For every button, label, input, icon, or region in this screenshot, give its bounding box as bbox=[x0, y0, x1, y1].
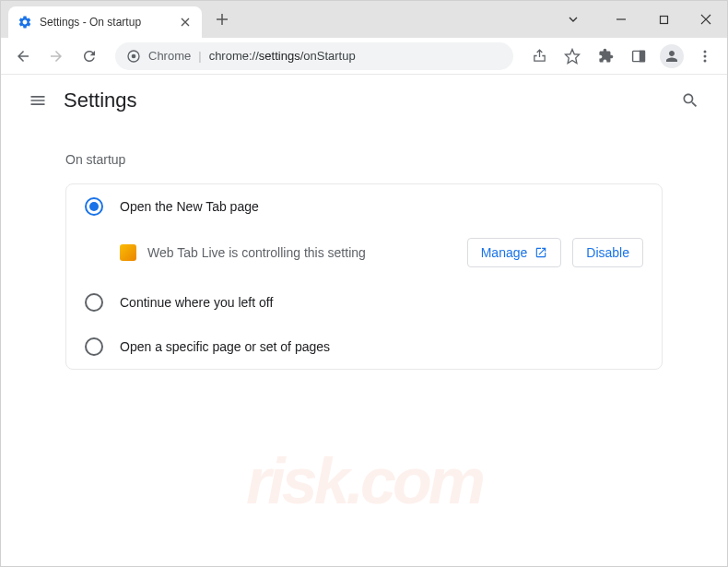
new-tab-button[interactable] bbox=[209, 6, 235, 32]
svg-point-8 bbox=[704, 59, 707, 62]
menu-icon[interactable] bbox=[690, 41, 720, 71]
window-titlebar: Settings - On startup bbox=[1, 1, 727, 38]
svg-point-6 bbox=[704, 50, 707, 53]
option-label: Continue where you left off bbox=[120, 295, 273, 310]
watermark: risk.com bbox=[246, 444, 482, 518]
close-button[interactable] bbox=[685, 1, 727, 38]
browser-toolbar: Chrome| chrome://settings/onStartup bbox=[1, 38, 727, 75]
reload-button[interactable] bbox=[75, 41, 104, 71]
search-icon[interactable] bbox=[672, 82, 709, 119]
settings-header: Settings bbox=[1, 75, 727, 126]
share-icon[interactable] bbox=[524, 41, 554, 71]
extensions-icon[interactable] bbox=[591, 41, 620, 71]
close-icon[interactable] bbox=[178, 15, 193, 30]
gear-icon bbox=[18, 15, 32, 30]
url-text: chrome://settings/onStartup bbox=[209, 49, 356, 63]
option-label: Open the New Tab page bbox=[120, 199, 259, 214]
address-bar[interactable]: Chrome| chrome://settings/onStartup bbox=[115, 42, 513, 70]
svg-point-2 bbox=[132, 53, 136, 58]
chevron-down-icon[interactable] bbox=[552, 1, 594, 38]
svg-point-7 bbox=[704, 54, 707, 57]
svg-rect-5 bbox=[640, 51, 645, 61]
option-continue[interactable]: Continue where you left off bbox=[66, 280, 662, 325]
radio-selected[interactable] bbox=[85, 197, 103, 216]
page-title: Settings bbox=[64, 89, 137, 112]
radio-unselected[interactable] bbox=[85, 337, 103, 356]
bookmark-icon[interactable] bbox=[558, 41, 587, 71]
option-new-tab[interactable]: Open the New Tab page bbox=[66, 184, 662, 229]
minimize-button[interactable] bbox=[600, 1, 642, 38]
radio-unselected[interactable] bbox=[85, 293, 103, 312]
option-label: Open a specific page or set of pages bbox=[120, 339, 330, 354]
chrome-icon bbox=[126, 49, 141, 64]
open-external-icon bbox=[534, 246, 547, 259]
startup-options-card: Open the New Tab page Web Tab Live is co… bbox=[65, 183, 663, 370]
tab-title: Settings - On startup bbox=[40, 16, 170, 29]
manage-button[interactable]: Manage bbox=[467, 238, 562, 267]
disable-button[interactable]: Disable bbox=[572, 238, 643, 267]
profile-avatar[interactable] bbox=[657, 41, 687, 71]
controlled-text: Web Tab Live is controlling this setting bbox=[147, 245, 456, 260]
option-specific-page[interactable]: Open a specific page or set of pages bbox=[66, 325, 662, 369]
controlled-by-extension: Web Tab Live is controlling this setting… bbox=[66, 229, 662, 280]
forward-button[interactable] bbox=[41, 41, 71, 71]
maximize-button[interactable] bbox=[642, 1, 685, 38]
svg-rect-0 bbox=[660, 16, 667, 23]
extension-icon bbox=[120, 244, 136, 261]
sidepanel-icon[interactable] bbox=[624, 41, 653, 71]
hamburger-icon[interactable] bbox=[19, 82, 56, 119]
back-button[interactable] bbox=[8, 41, 38, 71]
browser-tab[interactable]: Settings - On startup bbox=[8, 6, 202, 38]
section-title: On startup bbox=[65, 152, 727, 167]
url-chip: Chrome| bbox=[148, 49, 202, 63]
